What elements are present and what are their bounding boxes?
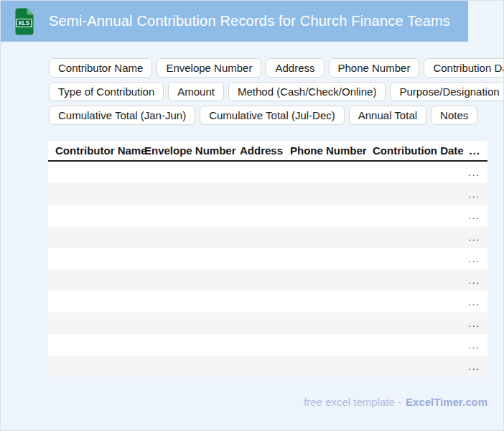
chip-envelope-number[interactable]: Envelope Number <box>157 58 261 78</box>
chip-annual-total[interactable]: Annual Total <box>349 106 426 125</box>
table-row: ... <box>48 269 487 291</box>
template-preview-page: XLS Semi-Annual Contribution Records for… <box>0 0 504 431</box>
table-row: ... <box>48 205 487 226</box>
row-ellipsis: ... <box>468 232 480 243</box>
xls-file-icon: XLS <box>15 8 34 35</box>
row-ellipsis: ... <box>468 189 480 200</box>
column-header-phone-number: Phone Number <box>290 144 373 157</box>
table-row: ... <box>48 162 487 183</box>
table-row: ... <box>48 356 487 377</box>
row-ellipsis: ... <box>468 340 480 351</box>
table-row: ... <box>48 334 487 356</box>
table-row: ... <box>48 183 487 205</box>
table-row: ... <box>48 226 487 248</box>
chip-cumulative-total-jul-dec[interactable]: Cumulative Total (Jul-Dec) <box>200 106 345 125</box>
column-header-more: ... <box>467 144 487 157</box>
header-bar: XLS Semi-Annual Contribution Records for… <box>1 1 468 42</box>
chip-cumulative-total-jan-jun[interactable]: Cumulative Total (Jan-Jun) <box>49 106 195 125</box>
field-chips: Contributor Name Envelope Number Address… <box>49 58 503 125</box>
column-header-contributor-name: Contributor Name <box>48 144 144 157</box>
row-ellipsis: ... <box>468 167 480 178</box>
footer-brand-link[interactable]: ExcelTimer.com <box>406 396 487 408</box>
chip-amount[interactable]: Amount <box>168 82 224 101</box>
chip-purpose-designation[interactable]: Purpose/Designation <box>390 82 504 101</box>
row-ellipsis: ... <box>468 361 480 372</box>
row-ellipsis: ... <box>468 318 480 329</box>
chip-method[interactable]: Method (Cash/Check/Online) <box>228 82 386 101</box>
spreadsheet-preview-table: Contributor Name Envelope Number Address… <box>48 141 487 377</box>
row-ellipsis: ... <box>468 210 480 221</box>
table-row: ... <box>48 312 487 334</box>
column-header-envelope-number: Envelope Number <box>144 144 240 157</box>
row-ellipsis: ... <box>468 254 480 264</box>
row-ellipsis: ... <box>468 297 480 307</box>
chip-contribution-date[interactable]: Contribution Date <box>424 58 504 78</box>
footer: free excel template -ExcelTimer.com <box>1 396 487 408</box>
table-row: ... <box>48 291 487 312</box>
chip-address[interactable]: Address <box>266 58 324 78</box>
page-title: Semi-Annual Contribution Records for Chu… <box>49 13 450 29</box>
chip-type-of-contribution[interactable]: Type of Contribution <box>49 82 164 101</box>
chip-phone-number[interactable]: Phone Number <box>329 58 420 78</box>
column-header-contribution-date: Contribution Date <box>373 144 467 157</box>
footer-text: free excel template - <box>304 396 401 408</box>
chip-row-1: Contributor Name Envelope Number Address… <box>49 58 503 78</box>
column-header-address: Address <box>240 144 290 157</box>
chip-contributor-name[interactable]: Contributor Name <box>49 58 152 78</box>
chip-row-2: Type of Contribution Amount Method (Cash… <box>49 82 503 101</box>
row-ellipsis: ... <box>468 275 480 286</box>
table-row: ... <box>48 248 487 269</box>
chip-row-3: Cumulative Total (Jan-Jun) Cumulative To… <box>49 106 503 125</box>
xls-icon-label: XLS <box>18 20 29 27</box>
chip-notes[interactable]: Notes <box>431 106 477 125</box>
table-header-row: Contributor Name Envelope Number Address… <box>48 141 487 162</box>
